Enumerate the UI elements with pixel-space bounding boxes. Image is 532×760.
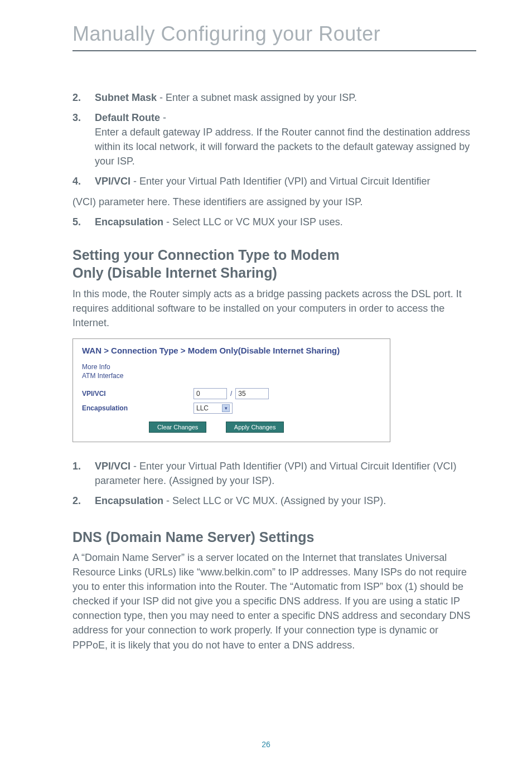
item-text: - Enter your Virtual Path Identifier (VP…	[95, 461, 457, 486]
item-label: Encapsulation	[95, 495, 163, 506]
item-number: 3.	[72, 110, 95, 168]
list-item: 2. Encapsulation - Select LLC or VC MUX.…	[72, 493, 476, 508]
item-number: 2.	[72, 493, 95, 508]
item-label: Subnet Mask	[95, 92, 157, 103]
item-text: - Enter a subnet mask assigned by your I…	[157, 92, 357, 103]
list-item: 3. Default Route - Enter a default gatew…	[72, 110, 476, 168]
ss-vpi-input[interactable]: 0	[194, 388, 227, 399]
vci-parameter-line: (VCI) parameter here. These identifiers …	[72, 195, 476, 209]
item-text: -	[160, 112, 166, 123]
item-label: VPI/VCI	[95, 461, 130, 472]
page-number: 26	[0, 740, 532, 749]
ss-slash: /	[227, 390, 235, 398]
router-ui-screenshot: WAN > Connection Type > Modem Only(Disab…	[72, 338, 390, 442]
page-title: Manually Configuring your Router	[72, 22, 476, 51]
item-text: - Select LLC or VC MUX your ISP uses.	[163, 216, 343, 227]
ss-breadcrumb: WAN > Connection Type > Modem Only(Disab…	[82, 346, 381, 355]
list-item: 1. VPI/VCI - Enter your Virtual Path Ide…	[72, 459, 476, 488]
dns-description: A “Domain Name Server” is a server locat…	[72, 550, 476, 652]
ss-more-info-link[interactable]: More Info	[82, 363, 381, 372]
ss-atm-interface-link[interactable]: ATM Interface	[82, 372, 381, 381]
chevron-down-icon: ▾	[222, 404, 230, 412]
item-extra: Enter a default gateway IP address. If t…	[95, 127, 470, 167]
item-number: 5.	[72, 215, 95, 229]
item-text: - Select LLC or VC MUX. (Assigned by you…	[163, 495, 386, 506]
item-number: 1.	[72, 459, 95, 488]
section-heading-modem-only: Setting your Connection Type to Modem On…	[72, 246, 476, 282]
section-heading-dns: DNS (Domain Name Server) Settings	[72, 528, 476, 546]
item-number: 4.	[72, 174, 95, 188]
modem-only-description: In this mode, the Router simply acts as …	[72, 287, 476, 330]
list-item: 2. Subnet Mask - Enter a subnet mask ass…	[72, 90, 476, 105]
clear-changes-button[interactable]: Clear Changes	[149, 422, 206, 433]
ss-encapsulation-label: Encapsulation	[82, 404, 194, 412]
ss-vpi-vci-label: VPI/VCI	[82, 390, 194, 398]
item-label: Default Route	[95, 112, 160, 123]
list-item: 4. VPI/VCI - Enter your Virtual Path Ide…	[72, 174, 476, 188]
apply-changes-button[interactable]: Apply Changes	[226, 422, 284, 433]
ss-vci-input[interactable]: 35	[235, 388, 269, 399]
ss-encapsulation-select[interactable]: LLC ▾	[194, 403, 233, 414]
item-label: VPI/VCI	[95, 176, 130, 187]
item-text: - Enter your Virtual Path Identifier (VP…	[130, 176, 431, 187]
item-label: Encapsulation	[95, 216, 163, 227]
item-number: 2.	[72, 90, 95, 105]
list-item: 5. Encapsulation - Select LLC or VC MUX …	[72, 215, 476, 229]
